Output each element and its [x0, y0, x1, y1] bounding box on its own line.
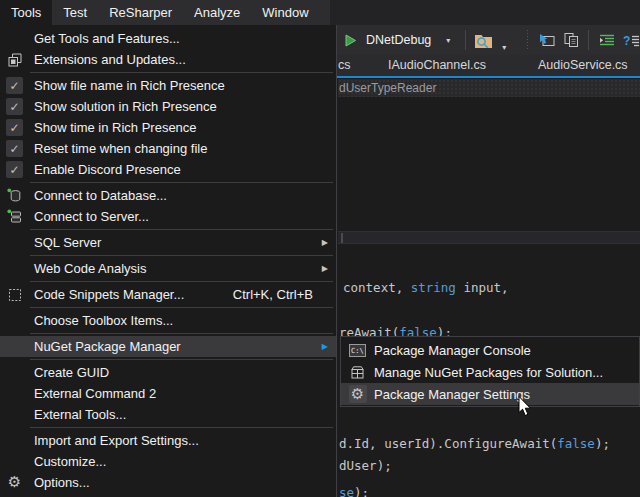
- menubar-item-test[interactable]: Test: [52, 0, 98, 25]
- menu-item-get-tools-and-features[interactable]: Get Tools and Features...: [0, 28, 336, 49]
- tab-audioservice-cs[interactable]: AudioService.cs: [538, 55, 628, 76]
- code-token: d.Id, userId).ConfigureAwait(: [339, 436, 557, 451]
- menu-item-label: Import and Export Settings...: [29, 433, 199, 448]
- code-line: context, string input,: [343, 281, 509, 295]
- menu-item-label: External Tools...: [29, 407, 126, 422]
- titlebar-strip: [330, 0, 640, 25]
- submenu-item-package-manager-console[interactable]: C:\Package Manager Console: [341, 339, 639, 361]
- dropdown-caret-icon[interactable]: ▾: [438, 29, 458, 51]
- menu-item-label: SQL Server: [29, 235, 101, 250]
- svg-text:C:\: C:\: [351, 347, 364, 355]
- copy-code-icon[interactable]: [561, 29, 581, 51]
- menu-item-enable-discord-presence[interactable]: ✓Enable Discord Presence: [0, 159, 336, 180]
- toolbar-separator: [588, 30, 589, 50]
- code-token: dUser);: [339, 458, 392, 473]
- menu-item-nuget-package-manager[interactable]: NuGet Package Manager▶: [0, 336, 336, 357]
- overflow-caret-icon[interactable]: ▾: [498, 29, 518, 51]
- menu-separator: [30, 229, 333, 230]
- menu-separator: [30, 72, 333, 73]
- tab-iaudiochannel-cs[interactable]: IAudioChannel.cs: [388, 55, 486, 76]
- menu-item-label: External Command 2: [29, 386, 156, 401]
- menu-item-label: Show file name in Rich Presence: [29, 78, 225, 93]
- help-lines-icon[interactable]: ?: [621, 29, 640, 51]
- menu-item-import-and-export-settings[interactable]: Import and Export Settings...: [0, 430, 336, 451]
- menubar-item-resharper[interactable]: ReSharper: [98, 0, 183, 25]
- menu-item-options[interactable]: ⚙Options...: [0, 472, 336, 493]
- menu-item-customize[interactable]: Customize...: [0, 451, 336, 472]
- menu-separator: [30, 281, 333, 282]
- menu-item-show-file-name-in-rich-presence[interactable]: ✓Show file name in Rich Presence: [0, 75, 336, 96]
- run-configuration-label[interactable]: DNetDebug: [365, 33, 433, 47]
- toolbar: DNetDebug▾▾?: [337, 25, 640, 55]
- extensions-icon: [0, 53, 29, 67]
- menubar-item-window[interactable]: Window: [251, 0, 319, 25]
- checkmark-icon: ✓: [0, 98, 29, 115]
- find-in-files-icon[interactable]: [473, 29, 493, 51]
- tab-cs[interactable]: cs: [338, 55, 351, 76]
- menu-item-label: Code Snippets Manager...: [29, 287, 184, 302]
- code-token: false: [557, 436, 595, 451]
- navigation-bar: dUserTypeReader: [338, 79, 640, 97]
- submenu-item-label: Manage NuGet Packages for Solution...: [374, 365, 603, 380]
- menubar-item-analyze[interactable]: Analyze: [183, 0, 251, 25]
- menu-item-extensions-and-updates[interactable]: Extensions and Updates...: [0, 49, 336, 70]
- menu-item-connect-to-database[interactable]: Connect to Database...: [0, 185, 336, 206]
- code-token: input,: [456, 280, 509, 295]
- submenu-item-label: Package Manager Console: [374, 343, 531, 358]
- menu-separator: [30, 307, 333, 308]
- code-token: context,: [343, 280, 411, 295]
- breadcrumb[interactable]: dUserTypeReader: [338, 79, 640, 97]
- menu-item-label: Show solution in Rich Presence: [29, 99, 217, 114]
- menu-item-label: Connect to Database...: [29, 188, 167, 203]
- menu-item-external-command-2[interactable]: External Command 2: [0, 383, 336, 404]
- menu-item-label: Get Tools and Features...: [29, 31, 180, 46]
- nuget-package-manager-submenu: C:\Package Manager ConsoleManage NuGet P…: [340, 336, 640, 407]
- menu-item-label: Customize...: [29, 454, 106, 469]
- checkmark-icon: ✓: [0, 77, 29, 94]
- menu-item-label: Web Code Analysis: [29, 261, 147, 276]
- menu-item-label: Options...: [29, 475, 90, 490]
- menu-item-show-solution-in-rich-presence[interactable]: ✓Show solution in Rich Presence: [0, 96, 336, 117]
- navigate-to-icon[interactable]: [536, 29, 556, 51]
- menu-item-label: Extensions and Updates...: [29, 52, 186, 67]
- database-icon: [0, 188, 29, 203]
- menu-item-label: Show time in Rich Presence: [29, 120, 197, 135]
- vs-window: ToolsTestReSharperAnalyzeWindowHelp DNet…: [0, 0, 640, 497]
- menubar-item-tools[interactable]: Tools: [0, 0, 52, 25]
- menu-item-web-code-analysis[interactable]: Web Code Analysis▶: [0, 258, 336, 279]
- code-token: se: [339, 485, 354, 497]
- toolbar-grip[interactable]: [525, 30, 529, 50]
- menu-item-sql-server[interactable]: SQL Server▶: [0, 232, 336, 253]
- tools-menu: Get Tools and Features...Extensions and …: [0, 25, 337, 497]
- code-line: se);: [339, 486, 369, 497]
- checkmark-icon: ✓: [0, 119, 29, 136]
- code-line: dUser);: [339, 459, 392, 473]
- submenu-arrow-icon: ▶: [322, 265, 328, 273]
- code-line: d.Id, userId).ConfigureAwait(false);: [339, 437, 610, 451]
- submenu-item-manage-nuget-packages-for-solution[interactable]: Manage NuGet Packages for Solution...: [341, 361, 639, 383]
- menu-item-show-time-in-rich-presence[interactable]: ✓Show time in Rich Presence: [0, 117, 336, 138]
- menu-item-label: NuGet Package Manager: [29, 339, 181, 354]
- menu-separator: [30, 182, 333, 183]
- menu-item-choose-toolbox-items[interactable]: Choose Toolbox Items...: [0, 310, 336, 331]
- code-token: );: [354, 485, 369, 497]
- menu-separator: [30, 427, 333, 428]
- submenu-item-package-manager-settings[interactable]: ⚙Package Manager Settings: [341, 383, 639, 405]
- run-icon[interactable]: [340, 29, 360, 51]
- console-icon: C:\: [341, 344, 374, 357]
- splitter-grip-icon: [341, 233, 343, 243]
- menu-item-label: Enable Discord Presence: [29, 162, 181, 177]
- menu-item-reset-time-when-changing-file[interactable]: ✓Reset time when changing file: [0, 138, 336, 159]
- menu-item-code-snippets-manager[interactable]: Code Snippets Manager...Ctrl+K, Ctrl+B: [0, 284, 336, 305]
- menu-item-create-guid[interactable]: Create GUID: [0, 362, 336, 383]
- format-indent-icon[interactable]: [596, 29, 616, 51]
- menu-item-label: Reset time when changing file: [29, 141, 207, 156]
- menu-item-external-tools[interactable]: External Tools...: [0, 404, 336, 425]
- menu-item-connect-to-server[interactable]: Connect to Server...: [0, 206, 336, 227]
- editor-splitter[interactable]: [338, 231, 640, 244]
- menu-item-label: Connect to Server...: [29, 209, 149, 224]
- menu-separator: [30, 333, 333, 334]
- menu-separator: [30, 255, 333, 256]
- mouse-cursor: [518, 396, 532, 421]
- gear-boxed-icon: ⚙: [341, 385, 374, 403]
